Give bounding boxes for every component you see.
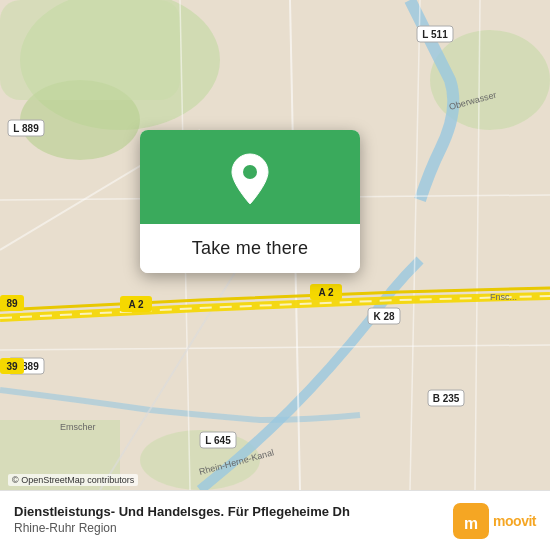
svg-text:Fnsc...: Fnsc... bbox=[490, 292, 517, 302]
take-me-there-button[interactable]: Take me there bbox=[140, 224, 360, 273]
popup-card: Take me there bbox=[140, 130, 360, 273]
popup-green-area bbox=[140, 130, 360, 224]
location-pin-icon bbox=[228, 152, 272, 206]
svg-point-39 bbox=[243, 165, 257, 179]
place-subtitle: Rhine-Ruhr Region bbox=[14, 521, 443, 537]
svg-text:A 2: A 2 bbox=[318, 287, 334, 298]
osm-attribution: © OpenStreetMap contributors bbox=[8, 474, 138, 486]
place-title: Dienstleistungs- Und Handelsges. Für Pfl… bbox=[14, 504, 443, 521]
svg-text:K 28: K 28 bbox=[373, 311, 395, 322]
moovit-text: moovit bbox=[493, 513, 536, 529]
bottom-bar: Dienstleistungs- Und Handelsges. Für Pfl… bbox=[0, 490, 550, 550]
svg-text:39: 39 bbox=[6, 361, 18, 372]
svg-text:Emscher: Emscher bbox=[60, 422, 96, 432]
svg-text:B 235: B 235 bbox=[433, 393, 460, 404]
svg-text:L 645: L 645 bbox=[205, 435, 231, 446]
svg-text:L 511: L 511 bbox=[422, 29, 448, 40]
svg-text:A 2: A 2 bbox=[128, 299, 144, 310]
svg-text:m: m bbox=[464, 514, 478, 531]
moovit-logo-icon: m bbox=[453, 503, 489, 539]
moovit-logo: m moovit bbox=[453, 503, 536, 539]
svg-rect-3 bbox=[0, 0, 180, 100]
svg-text:89: 89 bbox=[6, 298, 18, 309]
bottom-text: Dienstleistungs- Und Handelsges. Für Pfl… bbox=[14, 504, 443, 536]
svg-text:L 889: L 889 bbox=[13, 123, 39, 134]
